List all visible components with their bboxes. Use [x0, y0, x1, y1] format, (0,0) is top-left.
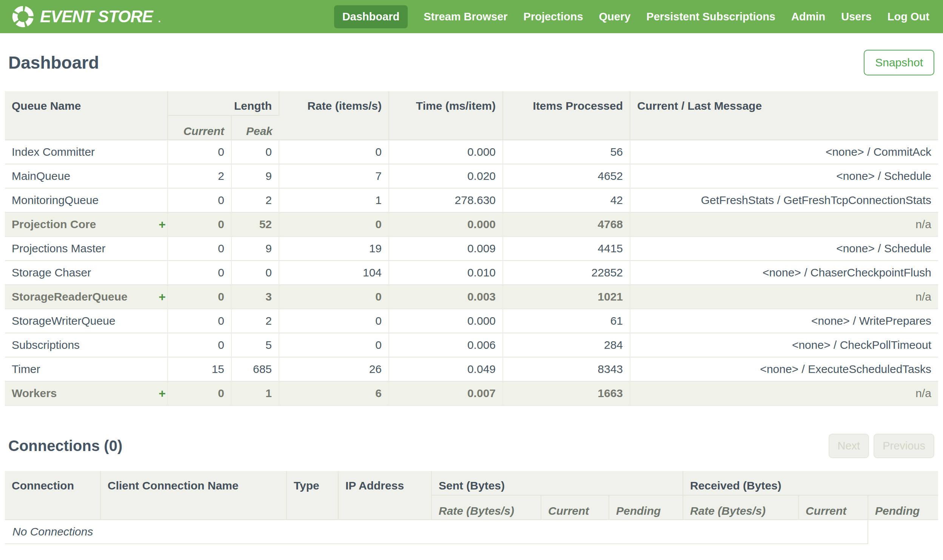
nav-item-dashboard[interactable]: Dashboard — [334, 5, 408, 28]
connections-table: Connection Client Connection Name Type I… — [5, 471, 938, 544]
items-processed-cell: 4652 — [503, 165, 630, 189]
expand-icon[interactable]: + — [159, 386, 167, 400]
current-length-cell: 0 — [168, 140, 232, 165]
queue-name-cell: StorageWriterQueue — [5, 309, 168, 333]
current-length-cell: 2 — [168, 165, 232, 189]
time-cell: 0.000 — [389, 213, 503, 237]
col-length: Length — [168, 91, 279, 116]
queue-name-cell: Workers+ — [5, 382, 168, 406]
page-title: Dashboard — [8, 52, 99, 73]
queue-name-label: StorageReaderQueue — [12, 290, 128, 303]
time-cell: 0.020 — [389, 165, 503, 189]
rate-cell: 0 — [279, 285, 389, 309]
message-cell: GetFreshStats / GetFreshTcpConnectionSta… — [630, 189, 938, 213]
col-sent-rate: Rate (Bytes/s) — [432, 495, 541, 520]
queue-name-cell: Storage Chaser — [5, 261, 168, 285]
items-processed-cell: 56 — [503, 140, 630, 165]
connections-header-row: Connections (0) Next Previous — [8, 434, 934, 458]
queue-row: Timer15685260.0498343<none> / ExecuteSch… — [5, 357, 938, 382]
no-connections-row: No Connections — [5, 520, 938, 544]
peak-length-cell: 2 — [232, 189, 279, 213]
queue-row: Projections Master09190.0094415<none> / … — [5, 237, 938, 261]
col-sent-bytes: Sent (Bytes) — [432, 471, 683, 495]
time-cell: 0.007 — [389, 382, 503, 406]
snapshot-button[interactable]: Snapshot — [864, 50, 934, 75]
rate-cell: 26 — [279, 357, 389, 382]
col-received-pending: Pending — [868, 495, 938, 520]
items-processed-cell: 22852 — [503, 261, 630, 285]
col-sent-pending: Pending — [609, 495, 683, 520]
message-cell: <none> / WritePrepares — [630, 309, 938, 333]
queue-group-row: StorageReaderQueue+0300.0031021n/a — [5, 285, 938, 309]
current-length-cell: 0 — [168, 333, 232, 357]
col-client-connection-name: Client Connection Name — [101, 471, 287, 520]
queue-name-label: StorageWriterQueue — [12, 314, 116, 327]
expand-icon[interactable]: + — [159, 290, 167, 304]
rate-cell: 0 — [279, 309, 389, 333]
col-connection: Connection — [5, 471, 101, 520]
queue-row: Subscriptions0500.006284<none> / CheckPo… — [5, 333, 938, 357]
items-processed-cell: 1021 — [503, 285, 630, 309]
queue-name-cell: Projection Core+ — [5, 213, 168, 237]
connections-title: Connections (0) — [8, 437, 122, 454]
nav-item-query[interactable]: Query — [599, 5, 631, 28]
col-rate: Rate (items/s) — [279, 91, 389, 140]
no-connections-message: No Connections — [5, 520, 868, 544]
nav-item-stream-browser[interactable]: Stream Browser — [424, 5, 507, 28]
queue-name-cell: Subscriptions — [5, 333, 168, 357]
col-sent-current: Current — [541, 495, 609, 520]
peak-length-cell: 3 — [232, 285, 279, 309]
queue-row: MainQueue2970.0204652<none> / Schedule — [5, 165, 938, 189]
message-cell: n/a — [630, 213, 938, 237]
time-cell: 0.006 — [389, 333, 503, 357]
nav-item-projections[interactable]: Projections — [523, 5, 583, 28]
col-length-peak: Peak — [232, 116, 279, 140]
rate-cell: 19 — [279, 237, 389, 261]
message-cell: <none> / ChaserCheckpointFlush — [630, 261, 938, 285]
rate-cell: 104 — [279, 261, 389, 285]
col-type: Type — [287, 471, 339, 520]
nav-item-persistent-subscriptions[interactable]: Persistent Subscriptions — [646, 5, 775, 28]
peak-length-cell: 1 — [232, 382, 279, 406]
time-cell: 0.009 — [389, 237, 503, 261]
current-length-cell: 0 — [168, 237, 232, 261]
queue-name-label: Storage Chaser — [12, 266, 91, 279]
queue-group-row: Workers+0160.0071663n/a — [5, 382, 938, 406]
message-cell: <none> / Schedule — [630, 165, 938, 189]
col-queue-name: Queue Name — [5, 91, 168, 140]
queue-name-cell: StorageReaderQueue+ — [5, 285, 168, 309]
queue-row: Storage Chaser001040.01022852<none> / Ch… — [5, 261, 938, 285]
nav-item-users[interactable]: Users — [841, 5, 872, 28]
time-cell: 0.003 — [389, 285, 503, 309]
current-length-cell: 0 — [168, 285, 232, 309]
nav-item-admin[interactable]: Admin — [791, 5, 825, 28]
nav-item-logout[interactable]: Log Out — [887, 5, 929, 28]
expand-icon[interactable]: + — [159, 218, 167, 232]
time-cell: 0.010 — [389, 261, 503, 285]
queue-name-label: Projections Master — [12, 242, 105, 255]
col-length-current: Current — [168, 116, 232, 140]
message-cell: n/a — [630, 285, 938, 309]
items-processed-cell: 4415 — [503, 237, 630, 261]
items-processed-cell: 1663 — [503, 382, 630, 406]
next-button[interactable]: Next — [829, 434, 869, 458]
peak-length-cell: 685 — [232, 357, 279, 382]
nav-menu: Dashboard Stream Browser Projections Que… — [334, 5, 929, 28]
items-processed-cell: 4768 — [503, 213, 630, 237]
time-cell: 0.000 — [389, 309, 503, 333]
queues-table: Queue Name Length Rate (items/s) Time (m… — [5, 91, 938, 406]
rate-cell: 1 — [279, 189, 389, 213]
previous-button[interactable]: Previous — [874, 434, 934, 458]
queue-name-cell: Index Committer — [5, 140, 168, 165]
queue-name-label: Workers — [12, 387, 57, 400]
peak-length-cell: 2 — [232, 309, 279, 333]
brand[interactable]: EVENT STORE . — [11, 5, 161, 28]
peak-length-cell: 0 — [232, 261, 279, 285]
rate-cell: 6 — [279, 382, 389, 406]
message-cell: <none> / CommitAck — [630, 140, 938, 165]
rate-cell: 0 — [279, 333, 389, 357]
queue-name-label: Subscriptions — [12, 338, 80, 351]
current-length-cell: 15 — [168, 357, 232, 382]
message-cell: <none> / ExecuteScheduledTasks — [630, 357, 938, 382]
queue-name-cell: Projections Master — [5, 237, 168, 261]
